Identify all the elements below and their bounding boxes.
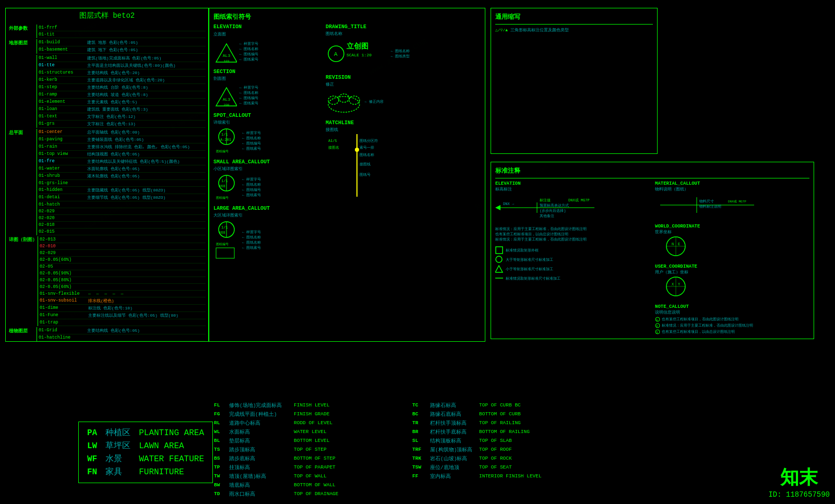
user-coord-sublabel: 用户（施工）坐标 <box>655 269 809 275</box>
abbr-row-TRK: TRK 岩石(山坡)标高 TOP OF ROCK <box>412 454 611 463</box>
std-annotations-panel: 标准注释 ELEVATION 标高标注 DNX → 标注值 <box>491 162 814 339</box>
section-label-terrain: 地形图层 <box>8 39 37 54</box>
svg-text:其他备注: 其他备注 <box>540 214 554 218</box>
section-label-detail: 详图（剖图） <box>8 236 38 326</box>
abbr-item-1: △/▽/▲ 三角形标高标注位置及颜色类型 <box>495 27 574 34</box>
legend-rect-label: 标准情况取矩形外框 <box>506 248 539 253</box>
svg-text:标注值: 标注值 <box>539 198 551 202</box>
std-elevation-block: ELEVATION 标高标注 DNX → 标注值 预置标高表达方式 (步步向后选… <box>495 181 650 242</box>
svg-text:N: N <box>672 242 674 246</box>
elevation-symbol-block: ELEVATION 立面图 AL3 103 ← 样置字号 ← 图纸名称 ← 图纸… <box>213 24 318 65</box>
svg-text:A-201: A-201 <box>220 138 231 142</box>
abbr-cn-BW: 墙底标高 <box>229 482 292 489</box>
abbr-row-FL: FL 修饰(场地)完成面标高 FINISH LEVEL <box>214 401 412 410</box>
svg-text:2: 2 <box>656 325 658 328</box>
abbr-cn-BL: 垫层标高 <box>229 438 292 445</box>
abbr-cn-RL: 道路中心标高 <box>229 420 292 427</box>
svg-point-31 <box>355 148 359 152</box>
symbols-content: ELEVATION 立面图 AL3 103 ← 样置字号 ← 图纸名称 ← 图纸… <box>213 24 481 265</box>
svg-text:DNX →: DNX → <box>503 202 515 206</box>
world-coord-svg: N E <box>655 235 697 258</box>
svg-text:AL3: AL3 <box>223 97 231 102</box>
std-panel-title: 标准注释 <box>495 166 809 175</box>
abbr-cn-TS: 踏步顶标高 <box>229 447 292 453</box>
svg-text:接图线: 接图线 <box>360 162 371 166</box>
matchline-label: MATCHLINE <box>326 120 481 126</box>
large-area-sublabel: 大区域详图索引 <box>213 212 318 218</box>
section-terrain: 地形图层 01-build建筑 地形 色彩(色号:05) 01-basement… <box>8 39 206 54</box>
symbols-panel: 图纸索引符号 ELEVATION 立面图 AL3 103 <box>209 8 485 342</box>
legend-cn-FN: 家具 <box>101 465 135 478</box>
abbr-en-BR: BOTTOM OF RAILING <box>479 429 530 436</box>
abbr-cn-TW: 墙顶(屋墙)标高 <box>229 473 292 480</box>
abbr-en-TSW: TOP OF SEAT <box>479 464 512 471</box>
svg-text:图纸编号: 图纸编号 <box>216 242 229 246</box>
large-area-annots: ← 样置字号 ← 图纸名称 ← 图纸名称 ← 图纸索号 <box>242 230 261 250</box>
abbr-row-BC: BC 路缘石底标高 BOTTOM OF CURB <box>412 410 611 419</box>
symbols-left-col: ELEVATION 立面图 AL3 103 ← 样置字号 ← 图纸名称 ← 图纸… <box>213 24 318 265</box>
abbr-en-BC: BOTTOM OF CURB <box>479 411 521 418</box>
svg-marker-40 <box>495 205 500 210</box>
legend-cn-WF: 水景 <box>101 452 135 465</box>
std-panel-divider <box>495 178 809 178</box>
abbr-grid: △/▽/▲ 三角形标高标注位置及颜色类型 <box>495 27 653 34</box>
abbr-cn-BS: 踏步底标高 <box>229 455 292 462</box>
abbr-code-BW: BW <box>214 482 227 489</box>
abbr-row-TD: TD 雨水口标高 TOP OF DRAINAGE <box>214 490 412 499</box>
legend-table: PA 种植区 PLANTING AREA LW 草坪区 LAWN AREA WF… <box>83 426 208 478</box>
revision-label: REVISION <box>326 75 481 80</box>
right-panel-content: △/▽/▲ 三角形标高标注位置及颜色类型 <box>495 27 653 34</box>
legend-en-FN: FURNITURE <box>135 465 208 478</box>
abbr-row-TSW: TSW 座位/底地顶 TOP OF SEAT <box>412 463 611 472</box>
abbr-code-TR: TR <box>412 420 428 427</box>
main-abbr-section: FL 修饰(场地)完成面标高 FINISH LEVEL FG 完成线平面(种植土… <box>214 401 611 499</box>
abbr-code-BC: BC <box>412 411 428 418</box>
legend-row-FN: FN 家具 FURNITURE <box>83 465 208 478</box>
small-area-callout-block: SMALL AREA_CALLOUT 小区域详图索引 1/1 468 图纸编号 … <box>213 159 318 201</box>
abbr-cn-FL: 修饰(场地)完成面标高 <box>229 402 292 409</box>
revision-row: ← 修正内容 <box>326 89 481 115</box>
abbr-cn-FF: 室内标高 <box>430 473 477 480</box>
small-area-svg: 1/1 468 图纸编号 <box>213 173 240 201</box>
abbr-code-TD: TD <box>214 491 227 498</box>
svg-text:200: 200 <box>224 103 230 107</box>
material-callout-block: MATERIAL_CALLOUT 物料说明（图纸） 物料尺寸 物料标注说明 DN… <box>655 181 809 220</box>
abbr-code-TRF: TRF <box>412 447 428 453</box>
legend-code-LW: LW <box>83 439 101 452</box>
user-coord-block: USER_COORDINATE 用户（施工）坐标 X Y <box>655 264 809 300</box>
abbr-en-FF: INTERIOR FINISH LEVEL <box>479 473 542 480</box>
revision-svg <box>326 89 362 115</box>
legend-symbols: 标准情况取矩形外框 大于等矩形标准尺寸标准加工 小于等矩形标准尺寸标准加工 标准… <box>495 246 650 282</box>
abbr-en-TC: TOP OF CURB BC <box>479 402 521 409</box>
svg-text:(步步向后选择): (步步向后选择) <box>540 209 566 213</box>
svg-text:SCALE 1:20: SCALE 1:20 <box>347 53 372 57</box>
abbr-row-TP: TP 挂顶标高 TOP OF PARAPET <box>214 463 412 472</box>
left-panel-title: 图层式样 beto2 <box>8 11 206 20</box>
large-area-callout-block: LARGE AREA_CALLOUT 大区域详图索引 1/1 468 图纸编号 <box>213 206 318 261</box>
abbr-row-BR: BR 栏杆扶手底标高 BOTTOM OF RAILING <box>412 428 611 437</box>
logo-area: 知末 ID: 1187657590 <box>768 465 830 499</box>
abbr-code-SL: SL <box>412 438 428 445</box>
world-coord-sublabel: 世界坐标 <box>655 229 809 235</box>
svg-text:图纸号: 图纸号 <box>360 173 371 177</box>
legend-row-PA: PA 种植区 PLANTING AREA <box>83 426 208 439</box>
abbr-cn-TD: 雨水口标高 <box>229 491 292 498</box>
large-area-label: LARGE AREA_CALLOUT <box>213 206 318 211</box>
abbr-code-RL: RL <box>214 420 227 427</box>
std-elevation-notes: 标准情况：应用于主要工程标准，否由此图设计图纸注明 也有某些工程标准项目，以由总… <box>495 226 650 242</box>
abbr-cn-SL: 结构顶板标高 <box>430 438 477 445</box>
elevation-svg: AL3 103 <box>213 39 237 65</box>
legend-row-LW: LW 草坪区 LAWN AREA <box>83 439 208 452</box>
abbr-code-TS: TS <box>214 447 227 453</box>
abbr-cn-BR: 栏杆扶手底标高 <box>430 429 477 436</box>
svg-text:立创图: 立创图 <box>347 42 368 51</box>
abbr-cn-WL: 水面标高 <box>229 429 292 436</box>
legend-code-FN: FN <box>83 465 101 478</box>
note-callout-label: NOTE_CALLOUT <box>655 304 809 309</box>
small-area-annots: ← 样置字号 ← 图纸名称 ← 图纸编号 ← 图纸索号 <box>242 177 261 198</box>
elevation-annots: ← 样置字号 ← 图纸名称 ← 图纸编号 ← 图纸索号 <box>240 41 258 62</box>
svg-text:图纸分区符: 图纸分区符 <box>360 139 378 143</box>
abbr-code-BS: BS <box>214 455 227 462</box>
drawing-title-block: DRAWING_TITLE 图纸名称 A 立创图 SCALE 1:20 ← 图纸… <box>326 24 481 69</box>
abbr-code-FG: FG <box>214 411 227 418</box>
